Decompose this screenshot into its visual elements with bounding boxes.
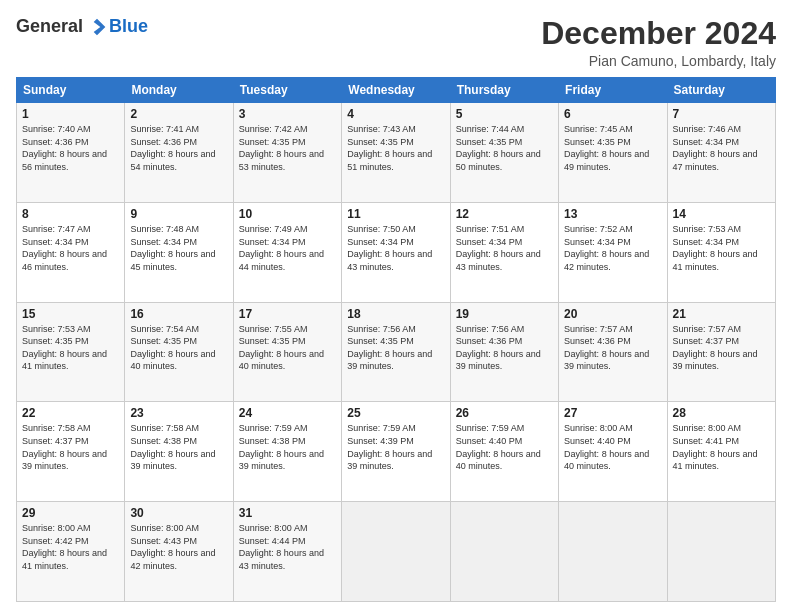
day-info: Sunrise: 7:40 AM Sunset: 4:36 PM Dayligh…: [22, 123, 119, 173]
calendar-cell: 18 Sunrise: 7:56 AM Sunset: 4:35 PM Dayl…: [342, 302, 450, 402]
calendar-cell: 7 Sunrise: 7:46 AM Sunset: 4:34 PM Dayli…: [667, 103, 775, 203]
calendar-cell: 25 Sunrise: 7:59 AM Sunset: 4:39 PM Dayl…: [342, 402, 450, 502]
calendar-week-4: 22 Sunrise: 7:58 AM Sunset: 4:37 PM Dayl…: [17, 402, 776, 502]
sunset: Sunset: 4:34 PM: [347, 237, 414, 247]
sunrise: Sunrise: 8:00 AM: [130, 523, 199, 533]
logo-blue: Blue: [109, 16, 148, 37]
day-info: Sunrise: 7:47 AM Sunset: 4:34 PM Dayligh…: [22, 223, 119, 273]
calendar-week-1: 1 Sunrise: 7:40 AM Sunset: 4:36 PM Dayli…: [17, 103, 776, 203]
sunset: Sunset: 4:34 PM: [456, 237, 523, 247]
calendar-cell: 31 Sunrise: 8:00 AM Sunset: 4:44 PM Dayl…: [233, 502, 341, 602]
sunrise: Sunrise: 7:57 AM: [673, 324, 742, 334]
calendar-cell: [450, 502, 558, 602]
day-number: 21: [673, 307, 770, 321]
daylight: Daylight: 8 hours and 49 minutes.: [564, 149, 649, 172]
sunset: Sunset: 4:35 PM: [239, 137, 306, 147]
calendar-cell: 22 Sunrise: 7:58 AM Sunset: 4:37 PM Dayl…: [17, 402, 125, 502]
calendar-cell: 11 Sunrise: 7:50 AM Sunset: 4:34 PM Dayl…: [342, 202, 450, 302]
daylight: Daylight: 8 hours and 39 minutes.: [347, 349, 432, 372]
day-info: Sunrise: 7:54 AM Sunset: 4:35 PM Dayligh…: [130, 323, 227, 373]
sunset: Sunset: 4:38 PM: [239, 436, 306, 446]
day-number: 2: [130, 107, 227, 121]
calendar-cell: 8 Sunrise: 7:47 AM Sunset: 4:34 PM Dayli…: [17, 202, 125, 302]
day-info: Sunrise: 7:53 AM Sunset: 4:35 PM Dayligh…: [22, 323, 119, 373]
calendar-cell: 29 Sunrise: 8:00 AM Sunset: 4:42 PM Dayl…: [17, 502, 125, 602]
calendar-cell: 14 Sunrise: 7:53 AM Sunset: 4:34 PM Dayl…: [667, 202, 775, 302]
calendar-header-wednesday: Wednesday: [342, 78, 450, 103]
day-number: 11: [347, 207, 444, 221]
logo-area: General Blue: [16, 16, 148, 37]
sunset: Sunset: 4:35 PM: [239, 336, 306, 346]
day-number: 3: [239, 107, 336, 121]
calendar-cell: 6 Sunrise: 7:45 AM Sunset: 4:35 PM Dayli…: [559, 103, 667, 203]
sunset: Sunset: 4:34 PM: [673, 237, 740, 247]
daylight: Daylight: 8 hours and 39 minutes.: [239, 449, 324, 472]
daylight: Daylight: 8 hours and 39 minutes.: [456, 349, 541, 372]
sunrise: Sunrise: 7:58 AM: [130, 423, 199, 433]
day-info: Sunrise: 7:59 AM Sunset: 4:39 PM Dayligh…: [347, 422, 444, 472]
daylight: Daylight: 8 hours and 47 minutes.: [673, 149, 758, 172]
sunset: Sunset: 4:39 PM: [347, 436, 414, 446]
day-info: Sunrise: 8:00 AM Sunset: 4:40 PM Dayligh…: [564, 422, 661, 472]
day-info: Sunrise: 7:45 AM Sunset: 4:35 PM Dayligh…: [564, 123, 661, 173]
day-info: Sunrise: 7:56 AM Sunset: 4:36 PM Dayligh…: [456, 323, 553, 373]
daylight: Daylight: 8 hours and 50 minutes.: [456, 149, 541, 172]
day-info: Sunrise: 7:59 AM Sunset: 4:40 PM Dayligh…: [456, 422, 553, 472]
sunrise: Sunrise: 8:00 AM: [239, 523, 308, 533]
day-number: 13: [564, 207, 661, 221]
day-number: 19: [456, 307, 553, 321]
sunrise: Sunrise: 7:49 AM: [239, 224, 308, 234]
month-title: December 2024: [541, 16, 776, 51]
day-info: Sunrise: 7:46 AM Sunset: 4:34 PM Dayligh…: [673, 123, 770, 173]
daylight: Daylight: 8 hours and 41 minutes.: [673, 249, 758, 272]
calendar-cell: 28 Sunrise: 8:00 AM Sunset: 4:41 PM Dayl…: [667, 402, 775, 502]
location: Pian Camuno, Lombardy, Italy: [541, 53, 776, 69]
day-number: 18: [347, 307, 444, 321]
daylight: Daylight: 8 hours and 40 minutes.: [564, 449, 649, 472]
day-number: 27: [564, 406, 661, 420]
daylight: Daylight: 8 hours and 41 minutes.: [22, 349, 107, 372]
day-info: Sunrise: 7:59 AM Sunset: 4:38 PM Dayligh…: [239, 422, 336, 472]
header: General Blue December 2024 Pian Camuno, …: [16, 16, 776, 69]
sunrise: Sunrise: 7:55 AM: [239, 324, 308, 334]
calendar-cell: 19 Sunrise: 7:56 AM Sunset: 4:36 PM Dayl…: [450, 302, 558, 402]
day-info: Sunrise: 8:00 AM Sunset: 4:44 PM Dayligh…: [239, 522, 336, 572]
calendar-cell: 10 Sunrise: 7:49 AM Sunset: 4:34 PM Dayl…: [233, 202, 341, 302]
sunrise: Sunrise: 7:40 AM: [22, 124, 91, 134]
sunrise: Sunrise: 7:59 AM: [456, 423, 525, 433]
calendar-header-sunday: Sunday: [17, 78, 125, 103]
sunset: Sunset: 4:40 PM: [564, 436, 631, 446]
day-number: 10: [239, 207, 336, 221]
sunrise: Sunrise: 7:53 AM: [22, 324, 91, 334]
sunset: Sunset: 4:40 PM: [456, 436, 523, 446]
sunset: Sunset: 4:41 PM: [673, 436, 740, 446]
day-info: Sunrise: 7:48 AM Sunset: 4:34 PM Dayligh…: [130, 223, 227, 273]
daylight: Daylight: 8 hours and 44 minutes.: [239, 249, 324, 272]
sunset: Sunset: 4:36 PM: [456, 336, 523, 346]
day-info: Sunrise: 8:00 AM Sunset: 4:42 PM Dayligh…: [22, 522, 119, 572]
sunset: Sunset: 4:44 PM: [239, 536, 306, 546]
sunset: Sunset: 4:35 PM: [456, 137, 523, 147]
sunrise: Sunrise: 7:42 AM: [239, 124, 308, 134]
sunrise: Sunrise: 7:54 AM: [130, 324, 199, 334]
calendar-cell: 2 Sunrise: 7:41 AM Sunset: 4:36 PM Dayli…: [125, 103, 233, 203]
calendar-cell: 23 Sunrise: 7:58 AM Sunset: 4:38 PM Dayl…: [125, 402, 233, 502]
calendar-cell: 16 Sunrise: 7:54 AM Sunset: 4:35 PM Dayl…: [125, 302, 233, 402]
calendar-cell: 30 Sunrise: 8:00 AM Sunset: 4:43 PM Dayl…: [125, 502, 233, 602]
day-info: Sunrise: 7:43 AM Sunset: 4:35 PM Dayligh…: [347, 123, 444, 173]
sunset: Sunset: 4:34 PM: [22, 237, 89, 247]
day-info: Sunrise: 7:44 AM Sunset: 4:35 PM Dayligh…: [456, 123, 553, 173]
title-area: December 2024 Pian Camuno, Lombardy, Ita…: [541, 16, 776, 69]
sunrise: Sunrise: 7:59 AM: [347, 423, 416, 433]
sunrise: Sunrise: 7:46 AM: [673, 124, 742, 134]
day-number: 29: [22, 506, 119, 520]
day-info: Sunrise: 7:51 AM Sunset: 4:34 PM Dayligh…: [456, 223, 553, 273]
day-number: 25: [347, 406, 444, 420]
sunrise: Sunrise: 7:48 AM: [130, 224, 199, 234]
sunrise: Sunrise: 7:51 AM: [456, 224, 525, 234]
day-info: Sunrise: 7:57 AM Sunset: 4:37 PM Dayligh…: [673, 323, 770, 373]
sunset: Sunset: 4:35 PM: [130, 336, 197, 346]
daylight: Daylight: 8 hours and 43 minutes.: [456, 249, 541, 272]
sunrise: Sunrise: 8:00 AM: [673, 423, 742, 433]
sunrise: Sunrise: 7:56 AM: [456, 324, 525, 334]
